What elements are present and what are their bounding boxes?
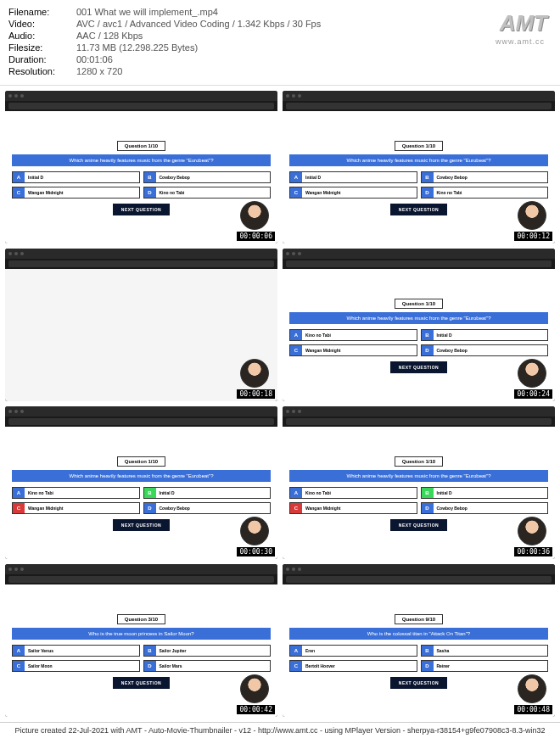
question-text: Who is the colossal titan in "Attack On … <box>289 628 548 640</box>
thumbnail: Question 1/10 Which anime heavily featur… <box>5 406 277 559</box>
filename-label: Filename: <box>8 7 76 17</box>
question-counter: Question 3/10 <box>117 614 165 624</box>
question-counter: Question 1/10 <box>395 299 443 309</box>
option-c[interactable]: CWangan Midnight <box>12 502 140 514</box>
audio-label: Audio: <box>8 31 76 41</box>
presenter-avatar <box>240 201 269 230</box>
timestamp: 00:00:12 <box>514 232 552 241</box>
next-button[interactable]: NEXT QUESTION <box>113 204 170 215</box>
thumbnail: 00:00:18 <box>5 249 277 401</box>
presenter-avatar <box>518 517 546 545</box>
presenter-avatar <box>240 359 269 388</box>
thumbnail: Question 1/10 Which anime heavily featur… <box>283 91 555 243</box>
amt-logo: AMT <box>500 10 547 36</box>
question-text: Who is the true moon princess in Sailor … <box>12 628 271 640</box>
next-button[interactable]: NEXT QUESTION <box>113 519 170 531</box>
duration-label: Duration: <box>8 54 76 64</box>
presenter-avatar <box>518 674 546 703</box>
thumbnail: Question 1/10 Which anime heavily featur… <box>283 406 555 559</box>
option-a[interactable]: AKino no Tabi <box>289 487 417 499</box>
presenter-avatar <box>518 201 546 230</box>
browser-chrome <box>5 564 277 574</box>
timestamp: 00:00:42 <box>237 705 275 714</box>
options-grid: AInitial D BCowboy Bebop CWangan Midnigh… <box>12 171 271 199</box>
thumbnail: Question 9/10 Who is the colossal titan … <box>283 564 555 717</box>
resolution-label: Resolution: <box>8 66 76 76</box>
option-a[interactable]: AInitial D <box>12 171 140 183</box>
timestamp: 00:00:18 <box>237 389 275 399</box>
question-counter: Question 1/10 <box>117 456 165 467</box>
url-bar <box>286 103 552 109</box>
url-bar <box>286 418 552 425</box>
next-button[interactable]: NEXT QUESTION <box>390 361 447 373</box>
question-counter: Question 1/10 <box>395 456 443 467</box>
option-b[interactable]: BCowboy Bebop <box>143 171 272 183</box>
next-button[interactable]: NEXT QUESTION <box>390 677 447 689</box>
question-counter: Question 1/10 <box>395 141 443 151</box>
question-text: Which anime heavily features music from … <box>12 154 271 166</box>
options-grid: AKino no Tabi BInitial D CWangan Midnigh… <box>289 487 548 514</box>
question-text: Which anime heavily features music from … <box>12 470 271 482</box>
option-d[interactable]: DKino no Tabi <box>421 187 549 199</box>
presenter-avatar <box>240 517 269 545</box>
timestamp: 00:00:48 <box>514 705 552 714</box>
options-grid: AKino no Tabi BInitial D CWangan Midnigh… <box>12 487 271 514</box>
browser-chrome <box>283 564 555 574</box>
browser-chrome <box>5 91 277 101</box>
thumbnail: Question 3/10 Who is the true moon princ… <box>5 564 277 717</box>
option-d[interactable]: DReiner <box>421 660 549 672</box>
options-grid: AInitial D BCowboy Bebop CWangan Midnigh… <box>289 171 548 199</box>
option-d[interactable]: DCowboy Bebop <box>421 502 549 514</box>
next-button[interactable]: NEXT QUESTION <box>390 519 447 531</box>
option-b[interactable]: BSailor Jupiter <box>143 645 272 657</box>
option-a[interactable]: AInitial D <box>289 171 417 183</box>
options-grid: ASailor Venus BSailor Jupiter CSailor Mo… <box>12 645 271 672</box>
url-bar <box>8 418 274 425</box>
question-text: Which anime heavily features music from … <box>289 312 548 324</box>
next-button[interactable]: NEXT QUESTION <box>390 204 447 215</box>
option-d[interactable]: DCowboy Bebop <box>421 344 549 356</box>
filesize-label: Filesize: <box>8 42 76 53</box>
option-a[interactable]: ASailor Venus <box>12 645 140 657</box>
url-bar <box>286 260 552 267</box>
option-b[interactable]: BSasha <box>421 645 549 657</box>
thumbnail: Question 1/10 Which anime heavily featur… <box>5 91 277 243</box>
timestamp: 00:00:24 <box>514 389 552 399</box>
timestamp: 00:00:06 <box>237 232 275 241</box>
option-c[interactable]: CWangan Midnight <box>289 502 417 514</box>
option-b[interactable]: BInitial D <box>143 487 272 499</box>
next-button[interactable]: NEXT QUESTION <box>113 677 170 689</box>
option-d[interactable]: DCowboy Bebop <box>143 502 272 514</box>
option-b[interactable]: BCowboy Bebop <box>421 171 549 183</box>
option-b[interactable]: BInitial D <box>421 487 549 499</box>
question-text: Which anime heavily features music from … <box>289 154 548 166</box>
browser-chrome <box>5 406 277 417</box>
question-counter: Question 1/10 <box>117 141 165 151</box>
option-a[interactable]: AKino no Tabi <box>12 487 140 499</box>
option-c[interactable]: CBertolt Hoover <box>289 660 417 672</box>
option-c[interactable]: CWangan Midnight <box>289 187 417 199</box>
url-bar <box>8 576 274 583</box>
audio-value: AAC / 128 Kbps <box>76 31 143 41</box>
filename-value: 001 What we will implement_.mp4 <box>76 7 218 17</box>
option-c[interactable]: CWangan Midnight <box>289 344 417 356</box>
url-bar <box>286 576 552 583</box>
question-text: Which anime heavily features music from … <box>289 470 548 482</box>
browser-chrome <box>283 406 555 417</box>
amt-url: www.amt.cc <box>496 37 545 46</box>
option-b[interactable]: BInitial D <box>421 329 549 341</box>
option-d[interactable]: DSailor Mars <box>143 660 272 672</box>
option-a[interactable]: AEren <box>289 645 417 657</box>
duration-value: 00:01:06 <box>76 54 113 64</box>
url-bar <box>8 103 274 109</box>
timestamp: 00:00:30 <box>237 547 275 556</box>
browser-chrome <box>283 91 555 101</box>
browser-chrome <box>283 249 555 259</box>
option-c[interactable]: CSailor Moon <box>12 660 140 672</box>
option-d[interactable]: DKino no Tabi <box>143 187 272 199</box>
options-grid: AKino no Tabi BInitial D CWangan Midnigh… <box>289 329 548 356</box>
footer-credit: Picture created 22-Jul-2021 with AMT - A… <box>0 722 560 738</box>
option-a[interactable]: AKino no Tabi <box>289 329 417 341</box>
url-bar <box>8 260 274 267</box>
option-c[interactable]: CWangan Midnight <box>12 187 140 199</box>
